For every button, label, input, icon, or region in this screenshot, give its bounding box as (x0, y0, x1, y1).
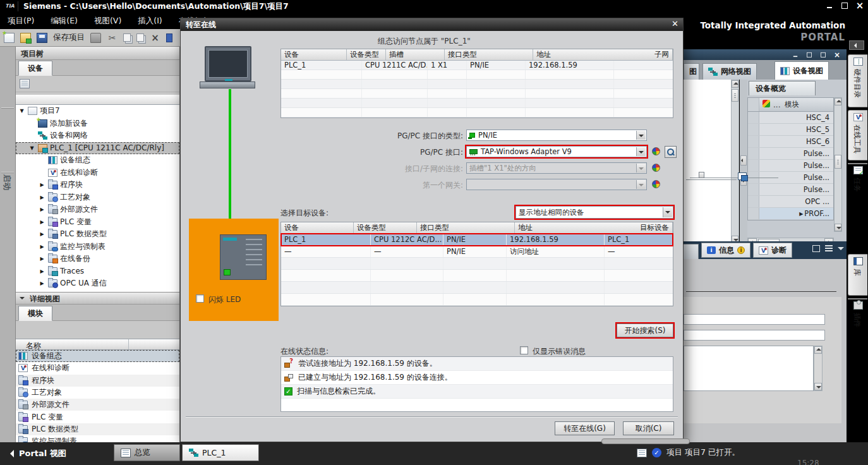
target-filter-select[interactable]: 显示地址相同的设备 (515, 206, 673, 219)
detail-name-column-header[interactable]: 名称 (16, 339, 179, 350)
dropdown-arrow-icon[interactable] (663, 207, 672, 217)
dialog-title[interactable]: 转至在线 (181, 18, 683, 31)
detail-list-item[interactable]: PLC 变量 (16, 411, 179, 423)
side-tab[interactable]: 任务 (848, 163, 867, 164)
tree-item[interactable]: ▶ 外部源文件 (16, 203, 179, 216)
tree-item[interactable]: 设备和网络 (16, 130, 179, 142)
side-tab[interactable]: 插件 (848, 298, 867, 299)
column-header[interactable]: 设备类型 (354, 222, 417, 233)
tab-device-overview[interactable]: 设备概览 (749, 81, 816, 95)
detail-list-item[interactable]: 在线和诊断 (16, 362, 179, 374)
side-tab[interactable]: 硬件目录 (848, 54, 867, 107)
interface-shield-icon[interactable] (652, 147, 660, 155)
menu-item[interactable]: 视图(V) (94, 16, 121, 27)
zoom-slider[interactable] (686, 172, 737, 183)
table-row[interactable] (281, 108, 673, 118)
tree-item[interactable]: ▶ 在线备份 (16, 253, 179, 265)
column-header[interactable]: 设备 (281, 49, 347, 60)
tree-item[interactable]: ▶ 程序块 (16, 179, 179, 191)
undo-icon[interactable] (166, 33, 172, 42)
table-row[interactable] (281, 89, 673, 99)
expand-arrow-icon[interactable]: ▶ (39, 195, 45, 200)
expand-arrow-icon[interactable]: ▶ (39, 231, 45, 237)
plc1-task-button[interactable]: PLC_1 (182, 444, 259, 461)
device-overview-row[interactable]: Pulse... (748, 148, 833, 160)
device-overview-row[interactable]: HSC_5 (748, 124, 833, 136)
pane-splitter[interactable] (740, 80, 747, 254)
expand-arrow-icon[interactable]: ▼ (28, 145, 35, 151)
detail-list-item[interactable]: 工艺对象 (16, 387, 179, 399)
editor-minimize-icon[interactable] (792, 51, 799, 57)
detail-list-item[interactable]: 监控与强制表 (16, 435, 179, 442)
scroll-down-icon[interactable] (835, 224, 841, 231)
tab-diagnostics[interactable]: 诊断 (753, 243, 792, 258)
ellipsis-column[interactable]: ... (773, 100, 785, 109)
editor-close-icon[interactable] (833, 51, 840, 57)
zoom-fit-icon[interactable] (738, 172, 747, 180)
table-row[interactable] (281, 70, 673, 80)
delete-icon[interactable]: × (150, 33, 160, 43)
scrollbar-thumb[interactable] (835, 155, 841, 169)
menu-item[interactable]: 编辑(E) (51, 16, 78, 27)
zoom-slider-knob[interactable] (699, 172, 704, 178)
detail-view-header[interactable]: 详细视图 (16, 292, 179, 305)
inspector-input-2[interactable] (684, 330, 825, 341)
table-row[interactable] (281, 270, 673, 282)
device-view-canvas[interactable] (684, 80, 731, 241)
tree-item[interactable]: ▼ PLC_1 [CPU 1211C AC/DC/Rly] (16, 142, 179, 155)
inspector-input-1[interactable] (684, 314, 825, 325)
column-header[interactable]: 目标设备 (637, 222, 673, 233)
collapse-panel-icon[interactable] (849, 40, 864, 50)
device-overview-row[interactable]: Pulse... (748, 184, 833, 196)
device-overview-toggle-icon[interactable] (20, 79, 30, 88)
scrollbar-thumb[interactable] (732, 89, 738, 102)
cut-icon[interactable]: ✂ (107, 33, 118, 43)
column-header[interactable]: 地址 (533, 49, 651, 60)
print-icon[interactable] (90, 33, 101, 43)
flash-led-label[interactable]: 闪烁 LED (208, 294, 241, 305)
accessible-devices-icon[interactable] (665, 146, 677, 158)
tab-modules[interactable]: 模块 (18, 306, 52, 321)
expand-arrow-icon[interactable]: ▶ (39, 219, 45, 225)
overview-vscrollbar[interactable] (834, 97, 842, 232)
cancel-button[interactable]: 取消(C) (623, 421, 674, 435)
scroll-up-icon[interactable] (732, 80, 738, 88)
close-icon[interactable] (855, 1, 864, 9)
menu-item[interactable]: 项目(P) (8, 16, 34, 27)
expand-arrow-icon[interactable]: ▶ (39, 244, 45, 250)
device-overview-row[interactable]: OPC ... (748, 196, 833, 208)
device-overview-row[interactable]: HSC_4 (748, 112, 833, 124)
overview-task-button[interactable]: 总览 (114, 444, 180, 461)
portal-view-switch[interactable]: Portal 视图 (10, 448, 66, 459)
editor-maximize-icon[interactable] (819, 51, 826, 57)
tree-item[interactable]: 添加新设备 (16, 118, 179, 130)
start-search-button[interactable]: 开始搜索(S) (617, 323, 673, 337)
splitter-left-icon[interactable] (740, 155, 747, 166)
module-column-header[interactable]: 模块 (785, 100, 833, 109)
canvas-vscrollbar[interactable] (731, 80, 739, 244)
inspector-restore-icon[interactable] (812, 245, 820, 252)
tree-item[interactable]: ▶ 工艺对象 (16, 191, 179, 204)
paste-icon[interactable] (136, 33, 144, 42)
expand-arrow-icon[interactable]: ▶ (39, 281, 45, 286)
tab-network-view[interactable]: 网络视图 (702, 63, 757, 80)
tree-item[interactable]: ▶ PLC 变量 (16, 216, 179, 229)
tree-column-header[interactable] (16, 95, 179, 105)
expand-arrow-icon[interactable]: ▶ (39, 207, 45, 212)
tab-info[interactable]: 信息 i (701, 243, 750, 258)
device-overview-header[interactable]: ... 模块 (748, 98, 833, 112)
scroll-up-icon[interactable] (814, 346, 822, 354)
scroll-down-icon[interactable] (814, 383, 822, 390)
go-online-button[interactable]: 转至在线(G) (555, 421, 615, 435)
column-header[interactable]: 子网 (651, 49, 673, 60)
detail-list-item[interactable]: 程序块 (16, 375, 179, 387)
table-row[interactable]: ——PN/IE 访问地址— (281, 246, 673, 258)
inspector-scrollbar[interactable] (814, 346, 823, 391)
flash-led-checkbox[interactable] (196, 294, 204, 303)
minimize-icon[interactable] (825, 1, 834, 9)
module-filter-icon[interactable] (763, 100, 770, 107)
open-project-icon[interactable] (20, 33, 31, 43)
column-header[interactable]: 接口类型 (445, 49, 533, 60)
column-header[interactable]: 地址 (515, 222, 637, 233)
expand-arrow-icon[interactable]: ▶ (39, 182, 45, 188)
